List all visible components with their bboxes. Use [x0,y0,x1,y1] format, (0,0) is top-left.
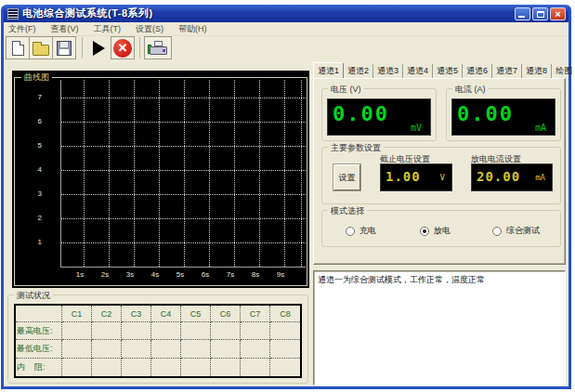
status-message-box[interactable]: 通道一为综合测试模式，工作正常，温度正常 [313,270,566,385]
status-message-text: 通道一为综合测试模式，工作正常，温度正常 [318,275,485,284]
close-button[interactable]: × [550,7,566,20]
discharge-current-unit: mA [535,173,545,182]
table-cell [151,322,181,340]
title-bar[interactable]: 电池综合测试系统(T-8系列) × [4,5,568,22]
x-tick-label: 5s [171,270,189,279]
curve-chart: 曲线图 76543211s2s3s4s5s6s7s8s9s [12,71,309,288]
radio-circle-icon[interactable] [492,227,502,236]
table-cell [181,322,211,340]
table-cell [122,322,151,340]
table-cell [92,322,122,340]
current-group-label: 电流 (A) [452,84,489,96]
menu-item-5[interactable]: 帮助(H) [178,23,207,35]
radio-circle-icon[interactable] [346,227,355,236]
voltage-value: 0.00 [333,102,389,125]
channel-tab-control: 通道1通道2通道3通道4通道5通道6通道7通道8绘图通用 电压 (V) 0.00… [313,62,566,265]
current-value: 0.00 [457,102,514,125]
mode-select-label: 模式选择 [328,205,367,217]
y-tick-label: 1 [20,238,42,247]
v-gridline [259,80,260,267]
minimize-icon [518,16,525,18]
radio-label: 综合测试 [506,225,540,237]
y-tick-label: 4 [20,165,42,175]
menu-item-1[interactable]: 文件(F) [8,23,36,35]
table-cell [241,322,270,340]
mode-radio-充电[interactable]: 充电 [346,225,376,237]
menu-item-3[interactable]: 工具(T) [94,23,122,35]
y-axis-line [60,80,61,267]
x-tick-label: 3s [121,270,139,279]
v-gridline [159,80,160,267]
minimize-button[interactable] [515,7,530,20]
cutoff-voltage-value: 1.00 [386,169,421,184]
menu-item-4[interactable]: 设置(S) [136,23,163,35]
radio-label: 充电 [359,225,376,237]
tab-通道3[interactable]: 通道3 [373,64,403,78]
printer-icon [148,41,168,56]
table-cell [62,359,92,376]
voltage-unit: mV [411,123,422,133]
save-file-button[interactable] [52,36,76,59]
menu-bar: 文件(F)查看(V)工具(T)设置(S)帮助(H) [4,22,568,36]
discharge-current-display: 20.00 mA [471,163,553,191]
tab-通道8[interactable]: 通道8 [522,64,552,78]
channel1-panel: 电压 (V) 0.00 mV 电流 (A) 0.00 mA [313,78,566,265]
radio-label: 放电 [434,225,451,237]
tab-绘图[interactable]: 绘图 [552,64,575,78]
open-file-button[interactable] [29,36,53,59]
table-cell [62,340,92,358]
menu-item-2[interactable]: 查看(V) [51,23,79,35]
discharge-current-value: 20.00 [477,169,520,184]
voltage-group: 电压 (V) 0.00 mV [321,88,437,141]
app-window: 电池综合测试系统(T-8系列) × 文件(F)查看(V)工具(T)设置(S)帮助… [1,5,571,389]
toolbar-separator [139,37,140,59]
cutoff-voltage-display: 1.00 V [380,163,452,191]
x-tick-label: 2s [96,270,114,279]
open-folder-icon [33,45,49,56]
tab-通道1[interactable]: 通道1 [313,62,344,78]
x-tick-label: 9s [271,270,290,279]
tab-通道4[interactable]: 通道4 [403,64,433,78]
test-status-label: 测试状况 [14,290,53,302]
y-tick-label: 2 [20,214,42,223]
maximize-icon [537,11,544,18]
col-header-C2: C2 [92,306,122,322]
radio-circle-icon[interactable] [420,227,429,236]
new-file-button[interactable] [6,36,30,59]
table-cell [270,322,300,340]
col-header-C7: C7 [241,306,270,322]
tab-通道5[interactable]: 通道5 [433,64,463,78]
tab-通道6[interactable]: 通道6 [463,64,492,78]
table-cell [241,359,270,376]
row-label-1: 最高电压: [16,322,62,340]
start-test-button[interactable] [86,36,111,59]
desktop: 电池综合测试系统(T-8系列) × 文件(F)查看(V)工具(T)设置(S)帮助… [0,0,575,392]
current-display: 0.00 mA [451,98,555,136]
table-cell [241,340,270,358]
table-cell [181,340,211,358]
test-status-table: C1C2C3C4C5C6C7C8最高电压:最低电压:内 阻: [14,304,302,378]
x-axis-line [60,267,306,268]
current-unit: mA [535,123,546,133]
close-icon: × [551,8,565,20]
tab-bar: 通道1通道2通道3通道4通道5通道6通道7通道8绘图通用 [313,62,566,78]
app-icon [7,8,19,20]
table-cell [151,340,181,358]
tab-通道2[interactable]: 通道2 [344,64,373,78]
print-button[interactable] [144,36,172,59]
table-cell [122,359,151,376]
y-tick-label: 6 [20,117,42,126]
col-header-C6: C6 [211,306,241,322]
table-cell [151,359,181,376]
col-header-C8: C8 [270,306,300,322]
set-params-button[interactable]: 设置 [333,164,360,190]
current-group: 电流 (A) 0.00 mA [446,88,561,141]
main-params-group: 主要参数设置 设置 截止电压设置 1.00 V 放电电流设置 20.00 mA [321,147,561,204]
y-tick-label: 3 [20,189,42,199]
mode-radio-综合测试[interactable]: 综合测试 [492,225,540,237]
tab-通道7[interactable]: 通道7 [492,64,522,78]
x-tick-label: 7s [221,270,240,279]
stop-test-button[interactable]: ✕ [111,36,135,59]
maximize-button[interactable] [532,7,548,20]
mode-radio-放电[interactable]: 放电 [420,225,451,237]
